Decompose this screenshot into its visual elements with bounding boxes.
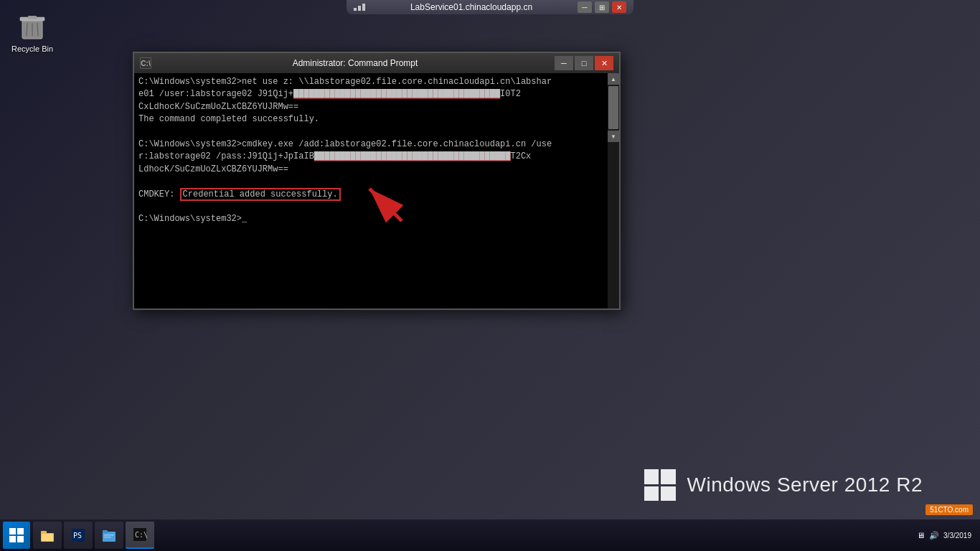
tray-volume-icon[interactable]: 🔊 [929,531,939,540]
svg-rect-9 [41,531,47,534]
taskbar-tray: 🖥 🔊 3/3/2019 [917,531,977,540]
cmd-scroll-thumb[interactable] [608,86,618,129]
cmd-line-3: CxLdhocK/SuCzmUoZLxCBZ6YUJRMw== [138,102,298,112]
start-windows-logo [9,528,24,542]
start-logo-piece-3 [9,536,16,542]
svg-line-3 [27,23,27,36]
start-button[interactable] [3,522,30,549]
taskbar: PS C:\ 🖥 🔊 3/3/2019 [0,519,980,551]
svg-rect-2 [28,16,37,19]
windows-branding-text: Windows Server 2012 R2 [687,474,923,496]
cmd-line-1: C:\Windows\system32>net use z: \\labstor… [138,77,552,87]
powershell-icon: PS [70,527,86,543]
windows-logo-piece-1 [644,469,659,484]
svg-rect-16 [104,537,111,538]
cmd-window: C:\ Administrator: Command Prompt ─ □ ✕ … [133,52,621,310]
rdp-title: LabService01.chinacloudapp.cn [371,2,572,12]
cmd-line-6: r:labstorage02 /pass:J91Qij+JpIaIB██████… [138,151,531,161]
rdp-restore-button[interactable]: ⊞ [595,1,609,13]
cmd-line-4: The command completed successfully. [138,114,319,124]
watermark-51cto: 51CTO.com [925,504,973,515]
svg-text:PS: PS [73,532,82,540]
taskbar-powershell-button[interactable]: PS [64,522,93,549]
cmd-taskbar-icon: C:\ [132,527,148,542]
cmd-minimize-button[interactable]: ─ [555,56,573,70]
cmd-titlebar: C:\ Administrator: Command Prompt ─ □ ✕ [134,53,619,73]
cmd-scrollbar[interactable]: ▲ ▼ [608,73,619,309]
cmd-line-8: CMDKEY: Credential added successfully. [138,188,341,201]
cmd-line-5: C:\Windows\system32>cmdkey.exe /add:labs… [138,139,552,149]
cmd-close-button[interactable]: ✕ [595,56,613,70]
rdp-signal-icon [354,4,365,11]
tray-network-icon[interactable]: 🖥 [917,531,925,540]
recycle-bin-label: Recycle Bin [11,44,53,53]
cmd-window-icon: C:\ [140,57,151,69]
svg-rect-15 [104,534,114,536]
recycle-bin-icon[interactable]: Recycle Bin [7,7,57,56]
start-logo-piece-2 [17,528,24,534]
taskbar-windows-explorer-button[interactable] [95,522,123,549]
taskbar-cmd-button[interactable]: C:\ [126,522,154,549]
windows-explorer-icon [101,527,117,543]
cmd-window-title: Administrator: Command Prompt [156,58,555,68]
windows-logo-piece-2 [661,469,676,484]
rdp-minimize-button[interactable]: ─ [578,1,592,13]
desktop: LabService01.chinacloudapp.cn ─ ⊞ ✕ Recy… [0,0,980,551]
cmd-line-7: LdhocK/SuCzmUoZLxCBZ6YUJRMw== [138,164,288,174]
windows-logo [644,469,676,501]
cmd-scroll-up-button[interactable]: ▲ [608,73,619,85]
start-logo-piece-4 [17,536,24,542]
svg-line-5 [37,23,38,36]
cmd-content-area[interactable]: C:\Windows\system32>net use z: \\labstor… [134,73,608,309]
taskbar-file-explorer-button[interactable] [33,522,62,549]
cmd-line-2: e01 /user:labstorage02 J91Qij+██████████… [138,89,521,99]
taskbar-clock[interactable]: 3/3/2019 [943,531,971,540]
svg-rect-10 [42,534,53,541]
windows-logo-piece-3 [644,486,659,501]
start-logo-piece-1 [9,528,16,534]
cmd-body: C:\Windows\system32>net use z: \\labstor… [134,73,619,309]
rdp-close-button[interactable]: ✕ [612,1,626,13]
rdp-bar[interactable]: LabService01.chinacloudapp.cn ─ ⊞ ✕ [347,0,633,14]
windows-branding: Windows Server 2012 R2 [644,469,923,501]
recycle-bin-svg [18,10,47,42]
file-explorer-icon [39,527,55,543]
cmd-scroll-down-button[interactable]: ▼ [608,131,619,142]
cmd-maximize-button[interactable]: □ [575,56,593,70]
svg-text:C:\: C:\ [135,531,148,539]
svg-rect-14 [103,530,108,533]
windows-logo-piece-4 [661,486,676,501]
cmd-line-9: C:\Windows\system32>_ [138,214,247,224]
